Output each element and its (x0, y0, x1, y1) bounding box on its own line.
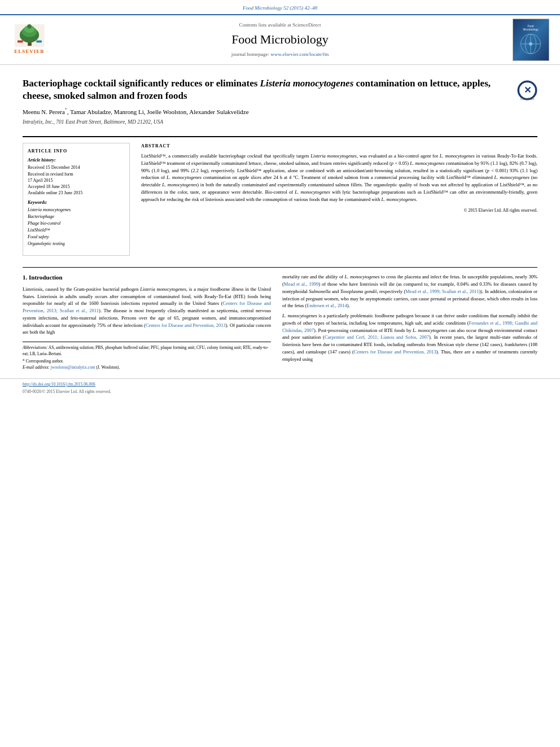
citation-link-5[interactable]: Endersen et al., 2014 (307, 303, 347, 308)
elsevier-tree-icon (14, 24, 45, 47)
abstract-section: ABSTRACT ListShield™, a commercially ava… (141, 143, 537, 214)
elsevier-text: ELSEVIER (14, 48, 45, 55)
contents-label: Contents lists available at ScienceDirec… (239, 22, 321, 28)
article-title-section: Bacteriophage cocktail significantly red… (23, 71, 537, 137)
revised-date: 17 April 2015 (28, 177, 125, 184)
journal-homepage: journal homepage: www.elsevier.com/locat… (58, 51, 502, 58)
email-footnote: E-mail address: jwoolston@intralytix.com… (23, 365, 271, 371)
intro-paragraph-1: Listeriosis, caused by the Gram-positive… (23, 286, 271, 336)
citation-link-7[interactable]: Carpentier and Cerf, 2011; Lianou and So… (325, 334, 429, 340)
accepted-text: Accepted 18 June 2015 (28, 184, 125, 190)
journal-ref-text: Food Microbiology 52 (2015) 42–48 (243, 5, 317, 11)
authors-line: Meenu N. Perera*, Tamar Abuladze, Manron… (23, 107, 537, 117)
footer-issn: 0740-0020/© 2015 Elsevier Ltd. All right… (23, 389, 537, 395)
page-footer: http://dx.doi.org/10.1016/j.fm.2015.06.0… (0, 378, 560, 397)
journal-reference: Food Microbiology 52 (2015) 42–48 (0, 0, 560, 14)
keyword-2: Bacteriophage (28, 213, 125, 220)
keywords-section: Keywords: Listeria monocytogenes Bacteri… (28, 199, 125, 247)
crossmark-icon: ✕ CrossMark (517, 80, 537, 101)
citation-link-4[interactable]: Mead et al., 1999; Scallan et al., 2011 (405, 289, 479, 294)
svg-text:✕: ✕ (524, 85, 531, 95)
title-text-part1: Bacteriophage cocktail significantly red… (23, 78, 260, 89)
doi-link[interactable]: http://dx.doi.org/10.1016/j.fm.2015.06.0… (23, 382, 95, 387)
keywords-label: Keywords: (28, 199, 125, 206)
homepage-link[interactable]: www.elsevier.com/locate/fm (270, 51, 329, 57)
svg-point-15 (529, 42, 532, 45)
keyword-3: Phage bio-control (28, 220, 125, 227)
header-center: Contents lists available at ScienceDirec… (58, 21, 502, 58)
svg-text:Microbiology: Microbiology (523, 28, 539, 31)
abstract-title: ABSTRACT (141, 143, 537, 149)
affiliation-text: Intralytix, Inc., 701 East Pratt Street,… (23, 119, 537, 126)
svg-text:Food: Food (527, 24, 533, 27)
body-left-col: 1. Introduction Listeriosis, caused by t… (23, 273, 271, 370)
copyright-text: © 2015 Elsevier Ltd. All rights reserved… (141, 207, 537, 213)
intro-section-title: 1. Introduction (23, 273, 271, 282)
authors-text: Meenu N. Perera*, Tamar Abuladze, Manron… (23, 108, 249, 115)
elsevier-logo: ELSEVIER (14, 24, 45, 55)
citation-link-2[interactable]: Centers for Disease and Prevention, 2013 (146, 322, 226, 328)
page: Food Microbiology 52 (2015) 42–48 (0, 0, 560, 397)
received-text: Received 15 December 2014 (28, 164, 125, 171)
citation-link-6[interactable]: Fernandes et al., 1998; Gandhi and Chiki… (282, 320, 537, 333)
journal-header: ELSEVIER Contents lists available at Sci… (0, 14, 560, 65)
keyword-6: Organoleptic testing (28, 241, 125, 247)
history-label: Article history: (28, 157, 125, 163)
history-section: Article history: Received 15 December 20… (28, 157, 125, 196)
footer-doi[interactable]: http://dx.doi.org/10.1016/j.fm.2015.06.0… (23, 382, 537, 388)
article-info-box: ARTICLE INFO Article history: Received 1… (23, 143, 130, 256)
article-info-title: ARTICLE INFO (28, 148, 125, 154)
citation-link-1[interactable]: Centers for Disease and Prevention, 2013… (23, 300, 271, 313)
header-right: Food Microbiology (508, 19, 553, 61)
section-number: 1. (23, 274, 27, 281)
sciencedirect-line: Contents lists available at ScienceDirec… (58, 21, 502, 29)
available-text: Available online 23 June 2015 (28, 190, 125, 196)
main-content: Bacteriophage cocktail significantly red… (0, 65, 560, 376)
revised-label: Received in revised form (28, 171, 125, 177)
journal-cover-image: Food Microbiology (513, 19, 549, 61)
intro-right-paragraph-1: mortality rate and the ability of L. mon… (282, 273, 537, 309)
svg-rect-5 (18, 40, 23, 42)
corresponding-footnote: * Corresponding author. (23, 359, 271, 365)
abbreviations-footnote: Abbreviations: AS, antibrowning solution… (23, 345, 271, 357)
email-link[interactable]: jwoolston@intralytix.com (51, 365, 95, 370)
footnote-area: Abbreviations: AS, antibrowning solution… (23, 342, 271, 370)
header-logo-area: ELSEVIER (7, 24, 52, 55)
svg-text:CrossMark: CrossMark (520, 97, 535, 101)
svg-rect-6 (36, 40, 42, 42)
keyword-1: Listeria monocytogenes (28, 207, 125, 213)
section-label: Introduction (29, 274, 63, 281)
left-column: ARTICLE INFO Article history: Received 1… (23, 143, 130, 262)
body-right-col: mortality rate and the ability of L. mon… (282, 273, 537, 370)
keywords-list: Listeria monocytogenes Bacteriophage Pha… (28, 207, 125, 247)
abstract-body: ListShield™, a commercially available ba… (141, 152, 537, 203)
title-block: Bacteriophage cocktail significantly red… (23, 77, 511, 102)
right-column: ABSTRACT ListShield™, a commercially ava… (141, 143, 537, 262)
journal-title: Food Microbiology (58, 31, 502, 49)
info-abstract-area: ARTICLE INFO Article history: Received 1… (23, 137, 537, 262)
keyword-4: ListShield™ (28, 227, 125, 234)
body-section: 1. Introduction Listeriosis, caused by t… (23, 267, 537, 370)
intro-right-paragraph-2: L. monocytogenes is a particularly probl… (282, 312, 537, 362)
title-italic: Listeria monocytogenes (260, 78, 354, 89)
homepage-label: journal homepage: (231, 51, 269, 57)
body-columns: 1. Introduction Listeriosis, caused by t… (23, 268, 537, 370)
crossmark-area: ✕ CrossMark (517, 80, 537, 103)
svg-point-7 (27, 24, 32, 29)
citation-link-8[interactable]: Centers for Disease and Prevention, 2013 (354, 349, 436, 355)
citation-link-3[interactable]: Mead et al., 1999 (284, 281, 318, 287)
keyword-5: Food safety (28, 234, 125, 241)
article-title: Bacteriophage cocktail significantly red… (23, 77, 511, 102)
